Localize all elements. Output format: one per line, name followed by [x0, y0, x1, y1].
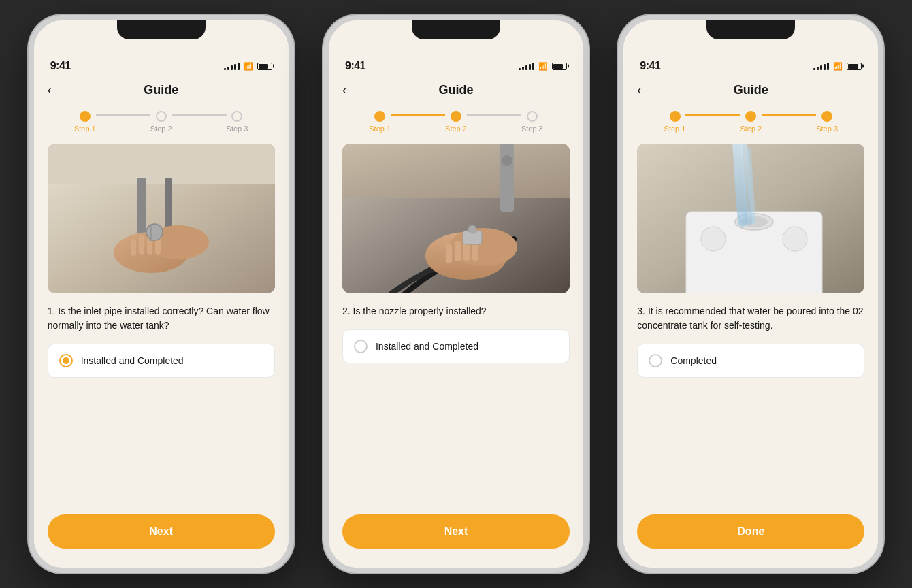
svg-rect-6 — [131, 239, 136, 256]
nav-header: ‹ Guide — [623, 80, 878, 103]
status-bar: 9:41 📶 — [623, 50, 878, 80]
step-label-2: Step 2 — [445, 125, 467, 133]
step-line-2 — [762, 114, 816, 116]
step-item-3: Step 3 — [521, 111, 543, 133]
screen-content: 3. It is recommended that water be poure… — [623, 138, 878, 568]
svg-rect-7 — [139, 235, 144, 255]
step-circle-1 — [80, 111, 91, 122]
svg-rect-1 — [48, 144, 275, 184]
step-item-2: Step 2 — [150, 111, 172, 133]
step-line-1 — [685, 114, 740, 116]
phone-wrapper-2: 9:41 📶 ‹ Guide Step 1Step 2Step 3 — [308, 15, 603, 573]
nav-header: ‹ Guide — [34, 80, 289, 103]
status-icons: 📶 — [224, 62, 272, 71]
status-time: 9:41 — [50, 60, 71, 72]
svg-point-28 — [701, 227, 726, 251]
step-line-2 — [467, 114, 521, 116]
status-bar: 9:41 📶 — [329, 50, 583, 80]
phone-1: 9:41 📶 ‹ Guide Step 1Step 2Step 3 — [29, 15, 294, 573]
option-label-1: Installed and Completed — [376, 341, 478, 352]
step-label-3: Step 3 — [521, 125, 543, 133]
step-circle-2 — [745, 111, 756, 122]
signal-icon — [519, 62, 534, 70]
svg-point-10 — [146, 224, 163, 240]
wifi-icon: 📶 — [244, 62, 253, 71]
step-item-2: Step 2 — [445, 111, 467, 133]
option-item-1[interactable]: Installed and Completed — [342, 329, 570, 363]
step-item-1: Step 1 — [664, 111, 686, 133]
phone-wrapper-1: 9:41 📶 ‹ Guide Step 1Step 2Step 3 — [14, 15, 308, 573]
step-circle-3 — [527, 111, 538, 122]
phone-2: 9:41 📶 ‹ Guide Step 1Step 2Step 3 — [323, 15, 589, 573]
option-item-1[interactable]: Completed — [637, 344, 864, 378]
step-label-1: Step 1 — [664, 125, 686, 133]
status-icons: 📶 — [813, 62, 862, 71]
radio-button-1[interactable] — [649, 354, 662, 368]
primary-button[interactable]: Next — [48, 514, 275, 549]
option-label-1: Completed — [670, 355, 717, 366]
step-indicator: Step 1Step 2Step 3 — [623, 103, 878, 138]
step-label-1: Step 1 — [369, 125, 391, 133]
wifi-icon: 📶 — [833, 62, 843, 71]
step-label-3: Step 3 — [816, 125, 838, 133]
primary-button[interactable]: Next — [342, 514, 570, 549]
step-circle-1 — [670, 111, 681, 122]
step-label-3: Step 3 — [227, 125, 248, 133]
signal-icon — [813, 62, 829, 70]
svg-rect-18 — [446, 244, 452, 263]
step-circle-3 — [231, 111, 242, 122]
back-button[interactable]: ‹ — [637, 83, 641, 97]
wifi-icon: 📶 — [538, 62, 548, 71]
svg-rect-13 — [342, 144, 570, 198]
question-text: 1. Is the inlet pipe installed correctly… — [48, 304, 275, 333]
nav-title: Guide — [438, 83, 473, 97]
step-circle-2 — [156, 111, 167, 122]
step-item-3: Step 3 — [227, 111, 248, 133]
screen-content: 1. Is the inlet pipe installed correctly… — [34, 138, 289, 568]
svg-point-29 — [783, 227, 807, 251]
back-button[interactable]: ‹ — [342, 83, 346, 97]
signal-icon — [224, 62, 240, 70]
phone-3: 9:41 📶 ‹ Guide Step 1Step 2Step 3 — [618, 15, 883, 573]
radio-button-1[interactable] — [354, 340, 368, 353]
option-item-1[interactable]: Installed and Completed — [48, 344, 275, 378]
option-label-1: Installed and Completed — [81, 355, 184, 366]
question-text: 2. Is the nozzle properly installed? — [342, 304, 570, 318]
step-indicator: Step 1Step 2Step 3 — [34, 103, 289, 138]
step-circle-1 — [374, 111, 385, 122]
step-line-1 — [96, 114, 150, 116]
question-text: 3. It is recommended that water be poure… — [637, 304, 864, 333]
nav-title: Guide — [144, 83, 178, 97]
nav-header: ‹ Guide — [329, 80, 583, 103]
step-label-2: Step 2 — [150, 125, 172, 133]
step-line-2 — [172, 114, 227, 116]
status-time: 9:41 — [640, 60, 660, 72]
status-bar: 9:41 📶 — [34, 50, 289, 80]
guide-image — [48, 144, 275, 293]
svg-point-15 — [502, 155, 512, 166]
primary-button[interactable]: Done — [637, 514, 864, 549]
radio-button-1[interactable] — [59, 354, 73, 368]
battery-icon — [552, 63, 567, 70]
step-label-1: Step 1 — [74, 125, 96, 133]
step-item-2: Step 2 — [740, 111, 762, 133]
battery-icon — [257, 63, 272, 70]
phone-wrapper-3: 9:41 📶 ‹ Guide Step 1Step 2Step 3 — [604, 15, 898, 573]
svg-rect-11 — [150, 224, 152, 241]
svg-point-23 — [468, 225, 476, 233]
step-item-1: Step 1 — [74, 111, 96, 133]
svg-rect-19 — [455, 241, 461, 261]
step-circle-3 — [821, 111, 832, 122]
status-icons: 📶 — [519, 62, 567, 71]
phones-container: 9:41 📶 ‹ Guide Step 1Step 2Step 3 — [0, 1, 912, 587]
nav-title: Guide — [734, 83, 768, 97]
step-item-1: Step 1 — [369, 111, 391, 133]
step-label-2: Step 2 — [740, 125, 762, 133]
guide-image — [342, 144, 570, 293]
screen-content: 2. Is the nozzle properly installed?Inst… — [329, 138, 583, 568]
step-indicator: Step 1Step 2Step 3 — [329, 103, 583, 138]
back-button[interactable]: ‹ — [48, 83, 52, 97]
status-time: 9:41 — [345, 60, 365, 72]
step-item-3: Step 3 — [816, 111, 838, 133]
step-line-1 — [391, 114, 445, 116]
